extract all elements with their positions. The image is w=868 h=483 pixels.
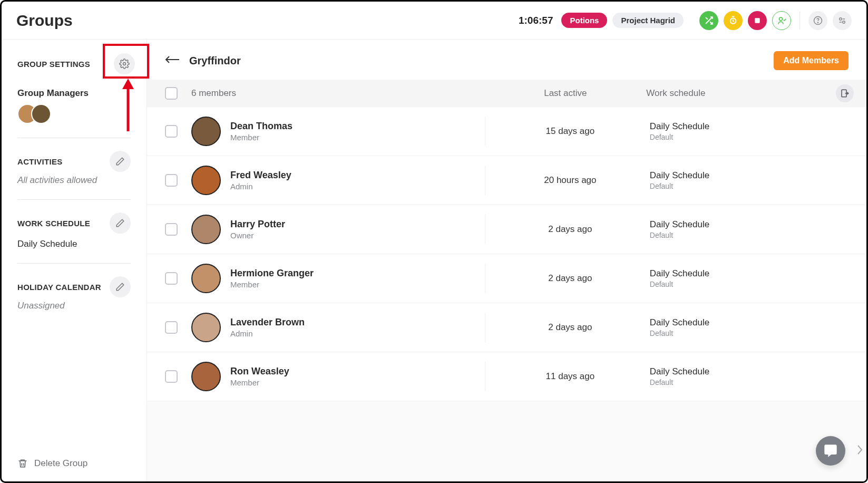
- last-active-value: 11 days ago: [546, 371, 595, 381]
- members-count-label: 6 members: [191, 88, 484, 99]
- schedule-value: Daily Schedule: [650, 317, 849, 328]
- shuffle-icon[interactable]: [699, 11, 718, 30]
- group-managers-title: Group Managers: [17, 88, 131, 99]
- schedule-sub: Default: [650, 378, 849, 387]
- member-role: Owner: [230, 231, 285, 240]
- group-settings-title: GROUP SETTINGS: [17, 60, 90, 69]
- last-active-value: 20 hours ago: [544, 175, 596, 185]
- member-role: Member: [230, 378, 289, 387]
- trash-icon: [17, 458, 28, 469]
- member-role: Admin: [230, 329, 305, 338]
- svg-point-6: [843, 21, 845, 23]
- stop-icon[interactable]: [748, 11, 767, 30]
- row-checkbox[interactable]: [165, 370, 178, 383]
- edit-icon[interactable]: [110, 276, 131, 297]
- timer-icon[interactable]: [724, 11, 743, 30]
- member-name: Fred Weasley: [230, 170, 291, 181]
- svg-point-5: [840, 17, 842, 20]
- work-schedule-column[interactable]: Work schedule: [646, 88, 849, 99]
- member-name: Hermione Granger: [230, 268, 314, 279]
- delete-group-button[interactable]: Delete Group: [17, 458, 131, 472]
- schedule-value: Daily Schedule: [650, 366, 849, 377]
- member-name: Dean Thomas: [230, 121, 292, 132]
- member-name: Lavender Brown: [230, 317, 305, 328]
- row-checkbox[interactable]: [165, 125, 178, 138]
- row-checkbox[interactable]: [165, 174, 178, 187]
- member-role: Member: [230, 280, 314, 289]
- delete-group-label: Delete Group: [34, 458, 87, 469]
- svg-point-4: [817, 22, 818, 23]
- chat-icon[interactable]: [816, 436, 845, 466]
- active-tag[interactable]: Potions: [561, 13, 607, 28]
- member-name: Ron Weasley: [230, 366, 289, 377]
- svg-marker-9: [122, 79, 134, 89]
- settings-icon[interactable]: [833, 11, 852, 30]
- schedule-value: Daily Schedule: [650, 219, 849, 230]
- member-role: Admin: [230, 182, 291, 191]
- svg-point-7: [123, 63, 126, 65]
- holiday-calendar-title: HOLIDAY CALENDAR: [17, 283, 101, 292]
- avatar: [191, 117, 221, 146]
- gear-icon[interactable]: [114, 53, 135, 74]
- back-arrow-icon[interactable]: [165, 55, 180, 66]
- avatar: [191, 264, 221, 293]
- work-schedule-value: Daily Schedule: [17, 239, 131, 249]
- avatar: [191, 313, 221, 342]
- last-active-value: 2 days ago: [548, 273, 592, 283]
- chevron-right-icon[interactable]: [856, 443, 863, 458]
- row-checkbox[interactable]: [165, 272, 178, 285]
- avatar: [191, 166, 221, 195]
- schedule-sub: Default: [650, 280, 849, 288]
- holiday-calendar-value: Unassigned: [17, 301, 131, 311]
- group-name: Gryffindor: [189, 55, 241, 67]
- schedule-value: Daily Schedule: [650, 121, 849, 132]
- schedule-sub: Default: [650, 231, 849, 239]
- schedule-value: Daily Schedule: [650, 170, 849, 181]
- schedule-value: Daily Schedule: [650, 268, 849, 279]
- activities-title: ACTIVITIES: [17, 157, 63, 166]
- last-active-column[interactable]: Last active: [484, 88, 646, 99]
- select-all-checkbox[interactable]: [165, 87, 178, 100]
- project-tag[interactable]: Project Hagrid: [612, 13, 684, 28]
- table-row[interactable]: Harry Potter Owner 2 days ago Daily Sche…: [147, 205, 866, 254]
- table-row[interactable]: Dean Thomas Member 15 days ago Daily Sch…: [147, 107, 866, 156]
- timer-display: 1:06:57: [519, 15, 553, 26]
- work-schedule-title: WORK SCHEDULE: [17, 219, 90, 228]
- user-check-icon[interactable]: [772, 11, 791, 30]
- divider: [799, 12, 800, 30]
- avatar: [191, 215, 221, 244]
- avatar: [191, 362, 221, 391]
- table-row[interactable]: Lavender Brown Admin 2 days ago Daily Sc…: [147, 303, 866, 352]
- row-checkbox[interactable]: [165, 321, 178, 334]
- member-role: Member: [230, 133, 292, 142]
- add-members-button[interactable]: Add Members: [774, 51, 849, 70]
- last-active-value: 15 days ago: [546, 126, 595, 136]
- last-active-value: 2 days ago: [548, 322, 592, 332]
- row-checkbox[interactable]: [165, 223, 178, 236]
- svg-point-2: [779, 17, 783, 21]
- table-row[interactable]: Ron Weasley Member 11 days ago Daily Sch…: [147, 352, 866, 401]
- help-icon[interactable]: [808, 11, 827, 30]
- table-row[interactable]: Hermione Granger Member 2 days ago Daily…: [147, 254, 866, 303]
- svg-rect-1: [755, 18, 759, 23]
- activities-value: All activities allowed: [17, 175, 131, 186]
- export-icon[interactable]: [836, 84, 854, 102]
- schedule-sub: Default: [650, 329, 849, 337]
- avatar[interactable]: [31, 104, 51, 124]
- page-title: Groups: [16, 12, 73, 30]
- last-active-value: 2 days ago: [548, 224, 592, 234]
- schedule-sub: Default: [650, 133, 849, 141]
- edit-icon[interactable]: [110, 151, 131, 172]
- manager-avatars: [17, 104, 131, 124]
- edit-icon[interactable]: [110, 212, 131, 234]
- schedule-sub: Default: [650, 182, 849, 190]
- table-row[interactable]: Fred Weasley Admin 20 hours ago Daily Sc…: [147, 156, 866, 205]
- member-name: Harry Potter: [230, 219, 285, 230]
